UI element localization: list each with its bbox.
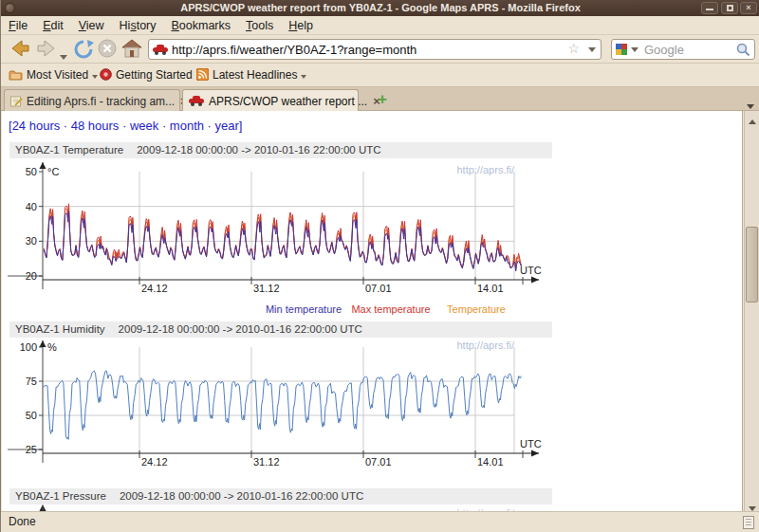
navigation-toolbar: ☆ — [1, 35, 759, 64]
scrollbar-thumb[interactable] — [746, 227, 758, 303]
bookmark-label: Latest Headlines — [213, 68, 297, 82]
chart-title: YB0AZ-1 Pressure — [15, 490, 106, 502]
back-icon[interactable] — [9, 39, 31, 58]
menu-item-bookmarks[interactable]: Bookmarks — [164, 16, 239, 35]
svg-text:UTC: UTC — [520, 265, 542, 276]
svg-text:14.01: 14.01 — [477, 283, 504, 294]
getting-started-icon — [100, 68, 112, 81]
svg-text:http://aprs.fi/: http://aprs.fi/ — [456, 164, 514, 175]
reload-icon[interactable] — [73, 39, 94, 59]
chart-date-range: 2009-12-18 00:00:00 -> 2010-01-16 22:00:… — [119, 323, 362, 335]
menu-item-view[interactable]: View — [71, 16, 112, 35]
search-engine-chevron-icon[interactable] — [631, 47, 639, 52]
svg-text:UTC: UTC — [520, 438, 542, 449]
svg-text:50: 50 — [26, 166, 37, 177]
range-link-separator: · — [204, 119, 215, 133]
range-link-week[interactable]: week — [130, 119, 158, 133]
search-input[interactable] — [644, 41, 731, 58]
bookmark-label: Most Visited — [27, 68, 88, 82]
svg-text:07.01: 07.01 — [365, 283, 392, 294]
status-bar: Done — [1, 511, 759, 532]
range-link-separator: · — [158, 119, 170, 133]
svg-text:20: 20 — [26, 270, 37, 282]
status-note-icon — [743, 516, 754, 529]
tab-label: Editing Aprs.fi - tracking am... — [27, 95, 175, 108]
web-page: [24 hours · 48 hours · week · month · ye… — [2, 111, 743, 511]
google-logo-icon — [616, 44, 627, 55]
range-link-year[interactable]: year — [215, 119, 239, 133]
menu-item-help[interactable]: Help — [281, 16, 321, 35]
rss-icon — [196, 68, 209, 81]
range-link-separator: · — [119, 119, 130, 133]
svg-text:30: 30 — [26, 235, 37, 247]
tab-editing-aprs[interactable]: Editing Aprs.fi - tracking am...× — [4, 89, 180, 111]
svg-text:http://aprs.fi/: http://aprs.fi/ — [456, 339, 514, 351]
site-favicon-car-icon — [153, 45, 169, 55]
search-box[interactable] — [611, 39, 755, 60]
svg-text:24.12: 24.12 — [141, 456, 168, 468]
browser-window: APRS/CWOP weather report from YB0AZ-1 - … — [0, 0, 759, 532]
svg-text:Min temperature: Min temperature — [266, 303, 342, 315]
menu-item-tools[interactable]: Tools — [238, 16, 281, 35]
pressure-chart-partial: 1015http://aprs.fi/ — [2, 504, 552, 511]
chart-title: YB0AZ-1 Humidity — [15, 323, 105, 335]
window-title: APRS/CWOP weather report from YB0AZ-1 - … — [180, 2, 581, 13]
svg-text:31.12: 31.12 — [253, 283, 280, 294]
forward-icon[interactable] — [35, 39, 58, 58]
svg-text:31.12: 31.12 — [253, 456, 280, 468]
url-input[interactable] — [172, 41, 551, 58]
urlbar-dropdown-chevron-icon[interactable] — [588, 47, 596, 52]
stop-icon[interactable] — [98, 39, 118, 59]
vertical-scrollbar[interactable] — [744, 111, 759, 511]
window-menu-icon[interactable] — [5, 3, 15, 13]
svg-text:50: 50 — [26, 410, 37, 421]
temperature-chart-header: YB0AZ-1 Temperature2009-12-18 00:00:00 -… — [9, 142, 552, 158]
bookmark-most-visited[interactable]: Most Visited — [9, 64, 98, 87]
search-magnifier-icon[interactable] — [736, 43, 750, 57]
folder-icon — [9, 69, 23, 81]
status-text: Done — [9, 512, 36, 532]
bookmark-dropdown-chevron-icon — [301, 75, 306, 79]
new-tab-icon[interactable]: + — [373, 91, 392, 109]
scrollbar-down-icon[interactable] — [745, 498, 759, 511]
humidity-chart: 100755025%24.1231.1207.0114.01UTChttp://… — [2, 338, 552, 475]
tab-bar: Editing Aprs.fi - tracking am...× APRS/C… — [1, 87, 759, 111]
title-bar: APRS/CWOP weather report from YB0AZ-1 - … — [1, 0, 759, 16]
nav-history-chevron-icon[interactable] — [60, 46, 67, 64]
svg-text:25: 25 — [26, 444, 37, 455]
close-icon[interactable]: × — [740, 2, 757, 14]
range-link-month[interactable]: month — [170, 119, 204, 133]
chart-date-range: 2009-12-18 00:00:00 -> 2010-01-16 22:00:… — [137, 144, 380, 156]
range-link-48-hours[interactable]: 48 hours — [71, 119, 120, 133]
menu-item-file[interactable]: File — [1, 16, 35, 35]
home-icon[interactable] — [121, 39, 142, 59]
time-range-links: [24 hours · 48 hours · week · month · ye… — [9, 119, 242, 133]
humidity-chart-header: YB0AZ-1 Humidity2009-12-18 00:00:00 -> 2… — [9, 321, 552, 338]
tab-label: APRS/CWOP weather report ... — [209, 95, 367, 108]
svg-text:14.01: 14.01 — [477, 456, 504, 468]
chart-date-range: 2009-12-18 00:00:00 -> 2010-01-16 22:00:… — [120, 490, 363, 502]
menu-bar: FileEditViewHistoryBookmarksToolsHelp — [1, 16, 759, 35]
bookmark-star-icon[interactable]: ☆ — [567, 41, 580, 56]
svg-text:Temperature: Temperature — [447, 303, 506, 315]
svg-text:%: % — [47, 341, 57, 353]
svg-text:40: 40 — [26, 201, 37, 212]
bookmarks-toolbar: Most Visited Getting Started Latest Head… — [1, 64, 759, 87]
svg-text:Max temperature: Max temperature — [351, 303, 430, 315]
url-bar[interactable]: ☆ — [148, 39, 602, 60]
range-link-separator: · — [60, 119, 71, 133]
chart-title: YB0AZ-1 Temperature — [15, 144, 123, 156]
tab-car-icon — [189, 96, 205, 106]
range-link-24-hours[interactable]: 24 hours — [12, 119, 61, 133]
menu-item-edit[interactable]: Edit — [35, 16, 71, 35]
svg-text:100: 100 — [20, 341, 37, 353]
menu-item-history[interactable]: History — [112, 16, 164, 35]
tab-weather-report[interactable]: APRS/CWOP weather report ...× — [182, 89, 359, 111]
maximize-icon[interactable] — [721, 2, 738, 14]
svg-text:°C: °C — [47, 166, 59, 177]
minimize-icon[interactable] — [701, 2, 718, 14]
bookmark-latest-headlines[interactable]: Latest Headlines — [196, 64, 306, 87]
svg-text:75: 75 — [26, 376, 37, 387]
bookmark-getting-started[interactable]: Getting Started — [100, 64, 193, 87]
scrollbar-up-icon[interactable] — [745, 111, 759, 124]
